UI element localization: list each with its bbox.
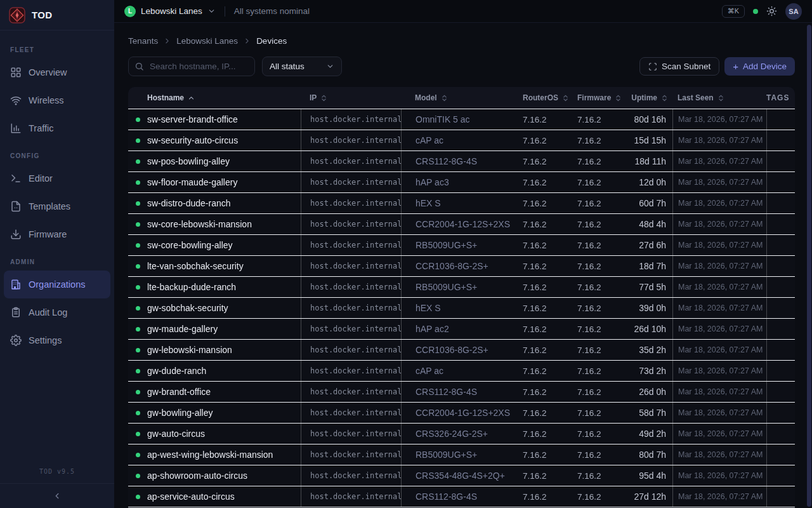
status-dot-online (136, 432, 140, 436)
cell-ip: host.docker.internal (301, 319, 401, 339)
column-header-ip[interactable]: IP (301, 87, 401, 109)
cell-routeros: 7.16.2 (515, 235, 570, 255)
sidebar-item-traffic[interactable]: Traffic (4, 114, 110, 142)
cell-tags (766, 298, 795, 318)
breadcrumb-lebowski-lanes[interactable]: Lebowski Lanes (176, 36, 238, 46)
sort-icon (561, 94, 570, 102)
sidebar-item-wireless[interactable]: Wireless (4, 86, 110, 114)
cell-firmware: 7.16.2 (570, 361, 624, 381)
device-row[interactable]: gw-auto-circushost.docker.internalCRS326… (128, 424, 795, 444)
sidebar-item-label: Wireless (29, 95, 64, 105)
sidebar-item-overview[interactable]: Overview (4, 58, 110, 86)
cell-last-seen: Mar 18, 2026, 07:27 AM (672, 172, 766, 192)
cell-hostname: sw-floor-maude-gallery (147, 172, 301, 192)
cell-ip: host.docker.internal (301, 465, 401, 486)
sidebar-item-audit-log[interactable]: Audit Log (4, 298, 110, 326)
breadcrumb-tenants[interactable]: Tenants (128, 36, 158, 46)
scan-subnet-button[interactable]: Scan Subnet (639, 57, 719, 76)
cell-hostname: ap-showroom-auto-circus (147, 465, 301, 486)
scan-icon (648, 62, 657, 71)
brand-name: TOD (32, 10, 53, 20)
theme-toggle-sun-icon[interactable] (766, 6, 777, 17)
column-label: Last Seen (678, 93, 714, 102)
cell-uptime: 12d 0h (624, 172, 672, 192)
device-row[interactable]: ap-service-auto-circushost.docker.intern… (128, 486, 795, 507)
status-dot-online (136, 306, 140, 311)
cell-routeros: 7.16.2 (515, 444, 570, 465)
command-palette-shortcut[interactable]: ⌘K (722, 5, 745, 18)
cell-routeros: 7.16.2 (515, 193, 570, 213)
device-row[interactable]: sw-pos-bowling-alleyhost.docker.internal… (128, 151, 795, 172)
device-row[interactable]: gw-maude-galleryhost.docker.internalhAP … (128, 319, 795, 340)
sidebar-footer: TOD v9.5 (0, 468, 114, 508)
status-filter-select[interactable]: All status (262, 57, 342, 76)
column-header-model[interactable]: Model (401, 87, 515, 109)
cell-routeros: 7.16.2 (515, 277, 570, 297)
device-row[interactable]: gw-brandt-officehost.docker.internalCRS1… (128, 382, 795, 403)
cell-model: RB5009UG+S+ (401, 277, 515, 297)
sidebar-item-settings[interactable]: Settings (4, 326, 110, 354)
sidebar-collapse-button[interactable] (0, 483, 114, 508)
device-row[interactable]: sw-core-bowling-alleyhost.docker.interna… (128, 235, 795, 256)
cell-model: cAP ac (401, 130, 515, 150)
device-row[interactable]: sw-distro-dude-ranchhost.docker.internal… (128, 193, 795, 214)
file-icon (10, 201, 22, 212)
cell-hostname: lte-van-sobchak-security (147, 256, 301, 276)
sidebar-item-templates[interactable]: Templates (4, 192, 110, 220)
device-row[interactable]: sw-core-lebowski-mansionhost.docker.inte… (128, 214, 795, 235)
cell-firmware: 7.16.2 (570, 403, 624, 423)
cell-last-seen: Mar 18, 2026, 07:27 AM (672, 361, 766, 381)
column-header-routeros[interactable]: RouterOS (515, 87, 570, 109)
cell-status (128, 424, 147, 444)
column-header-last_seen[interactable]: Last Seen (672, 87, 766, 109)
nav-section-label: FLEET (10, 46, 114, 55)
status-dot-online (136, 159, 140, 164)
sort-icon (320, 94, 328, 102)
sidebar-item-firmware[interactable]: Firmware (4, 220, 110, 248)
tenant-avatar: L (124, 6, 136, 17)
device-row[interactable]: gw-lebowski-mansionhost.docker.internalC… (128, 340, 795, 361)
device-row[interactable]: lte-van-sobchak-securityhost.docker.inte… (128, 256, 795, 277)
user-avatar[interactable]: SA (785, 3, 802, 20)
device-row[interactable]: gw-dude-ranchhost.docker.internalcAP ac7… (128, 361, 795, 382)
cell-hostname: sw-core-lebowski-mansion (147, 214, 301, 234)
cell-uptime: 35d 2h (624, 340, 672, 360)
cell-firmware: 7.16.2 (570, 130, 624, 150)
tenant-name: Lebowski Lanes (141, 6, 202, 16)
breadcrumb-devices[interactable]: Devices (256, 36, 287, 46)
sidebar-item-editor[interactable]: Editor (4, 164, 110, 192)
device-row[interactable]: sw-security-auto-circushost.docker.inter… (128, 130, 795, 151)
cell-status (128, 298, 147, 318)
cell-model: cAP ac (401, 361, 515, 381)
cell-tags (766, 486, 795, 507)
device-row[interactable]: sw-floor-maude-galleryhost.docker.intern… (128, 172, 795, 193)
status-dot-online (136, 243, 140, 248)
column-header-firmware[interactable]: Firmware (570, 87, 624, 109)
tenant-switcher[interactable]: L Lebowski Lanes (124, 6, 216, 17)
device-row[interactable]: gw-bowling-alleyhost.docker.internalCCR2… (128, 403, 795, 424)
cell-uptime: 73d 2h (624, 361, 672, 381)
cell-ip: host.docker.internal (301, 361, 401, 381)
device-row[interactable]: ap-showroom-auto-circushost.docker.inter… (128, 465, 795, 486)
device-row[interactable]: gw-sobchak-securityhost.docker.internalh… (128, 298, 795, 319)
nav-section-fleet: FLEETOverviewWirelessTraffic (0, 36, 114, 142)
cell-hostname: gw-auto-circus (147, 424, 301, 444)
device-row[interactable]: sw-server-brandt-officehost.docker.inter… (128, 109, 795, 130)
device-row[interactable]: ap-west-wing-lebowski-mansionhost.docker… (128, 444, 795, 465)
cell-hostname: sw-distro-dude-ranch (147, 193, 301, 213)
cell-ip: host.docker.internal (301, 172, 401, 192)
search-input[interactable] (128, 57, 255, 76)
cell-uptime: 77d 5h (624, 277, 672, 297)
sidebar-item-organizations[interactable]: Organizations (4, 271, 110, 298)
search-icon (134, 62, 144, 71)
cell-firmware: 7.16.2 (570, 109, 624, 130)
cell-hostname: gw-maude-gallery (147, 319, 301, 339)
cell-firmware: 7.16.2 (570, 277, 624, 297)
add-device-button[interactable]: + Add Device (724, 57, 795, 76)
building-icon (10, 279, 22, 290)
device-row[interactable]: lte-backup-dude-ranchhost.docker.interna… (128, 277, 795, 298)
column-header-uptime[interactable]: Uptime (624, 87, 672, 109)
column-header-hostname[interactable]: Hostname (147, 87, 301, 109)
cell-last-seen: Mar 18, 2026, 07:27 AM (672, 256, 766, 276)
cell-status (128, 465, 147, 486)
